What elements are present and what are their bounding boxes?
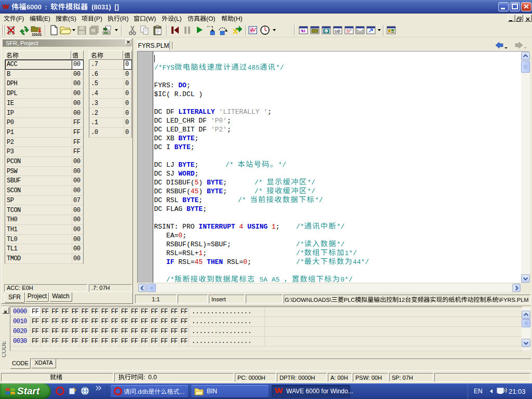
svg-text:i: i <box>326 29 327 33</box>
svg-text:10101: 10101 <box>32 33 42 36</box>
svg-text:CODE: CODE <box>2 341 7 357</box>
